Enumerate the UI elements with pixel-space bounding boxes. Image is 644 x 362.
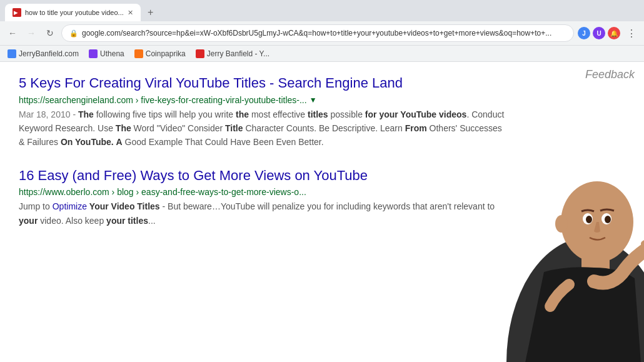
svg-point-8 (605, 216, 611, 223)
result-2-bold-your: Your Video Titles (89, 201, 160, 211)
svg-point-7 (586, 216, 592, 223)
result-1-arrow: ▼ (309, 96, 317, 104)
result-1-snippet: Mar 18, 2010 - The following five tips w… (19, 108, 506, 149)
bookmarks-bar: JerryBanfield.com Uthena Coinpaprika Jer… (0, 45, 644, 61)
result-1-bold-the3: The (116, 123, 131, 133)
result-1-bold-a: A (116, 137, 123, 147)
feedback-label: Feedback (585, 68, 635, 81)
result-2-snippet: Jump to Optimize Your Video Titles - But… (19, 199, 506, 228)
search-results: 5 Keys For Creating Viral YouTube Titles… (0, 62, 525, 258)
result-1-bold-titles: titles (308, 109, 328, 119)
extension-icons: J U 🔔 (578, 27, 620, 39)
active-tab[interactable]: ▶ how to title your youtube video... ✕ (5, 4, 141, 21)
bookmark-uthena[interactable]: Uthena (86, 48, 127, 59)
svg-point-9 (555, 215, 568, 233)
content-area: Feedback 5 Keys For Creating Viral YouTu… (0, 62, 644, 362)
reload-button[interactable]: ↻ (43, 26, 58, 41)
address-text: google.com/search?source=hp&ei=xW-oXbf6D… (82, 29, 551, 38)
tab-close-button[interactable]: ✕ (128, 9, 133, 17)
ext-icon-2[interactable]: U (593, 27, 605, 39)
result-1-title[interactable]: 5 Keys For Creating Viral YouTube Titles… (19, 74, 506, 93)
result-1-bold-for: for (365, 109, 377, 119)
ext-icon-3[interactable]: 🔔 (608, 27, 620, 39)
back-button[interactable]: ← (5, 26, 20, 41)
ext-icon-1[interactable]: J (578, 27, 590, 39)
result-1-bold-from: From (405, 123, 427, 133)
bookmark-icon-jerry (8, 49, 16, 58)
bookmark-icon-jerry-yt (196, 49, 204, 58)
result-2-url-row: https://www.oberlo.com › blog › easy-and… (19, 187, 506, 197)
result-1-url[interactable]: https://searchengineland.com › five-keys… (19, 95, 307, 105)
tab-favicon: ▶ (13, 8, 21, 17)
result-1-bold-title: Title (225, 123, 243, 133)
bookmark-icon-uthena (89, 49, 98, 58)
address-bar-row: ← → ↻ 🔒 google.com/search?source=hp&ei=x… (0, 21, 644, 45)
new-tab-button[interactable]: + (143, 5, 158, 20)
bookmark-coinpaprika[interactable]: Coinpaprika (132, 48, 188, 59)
result-2-bold-your3: your titles (106, 216, 148, 226)
tab-bar: ▶ how to title your youtube video... ✕ + (0, 0, 644, 21)
browser-chrome: ▶ how to title your youtube video... ✕ +… (0, 0, 644, 62)
forward-button[interactable]: → (24, 26, 39, 41)
bookmark-jerry[interactable]: JerryBanfield.com (5, 48, 81, 59)
bookmark-label-jerry-yt: Jerry Banfield - Y... (207, 49, 269, 58)
result-1-bold-the2: the (236, 109, 249, 119)
tab-title: how to title your youtube video... (25, 9, 124, 16)
result-2-snippet-link[interactable]: Optimize Your Video Titles (53, 201, 160, 211)
lock-icon: 🔒 (69, 29, 78, 38)
result-1-bold-the: The (78, 109, 94, 119)
search-result-1: 5 Keys For Creating Viral YouTube Titles… (19, 74, 506, 149)
svg-text:▶: ▶ (14, 10, 18, 16)
result-1-bold-your: your YouTube videos (379, 109, 466, 119)
bookmark-label-coinpaprika: Coinpaprika (146, 49, 186, 58)
result-2-bold-your2: your (19, 216, 38, 226)
bookmark-jerry-yt[interactable]: Jerry Banfield - Y... (193, 48, 272, 59)
result-1-bold-on: On YouTube. (61, 137, 114, 147)
result-2-url[interactable]: https://www.oberlo.com › blog › easy-and… (19, 187, 306, 197)
result-1-url-row: https://searchengineland.com › five-keys… (19, 95, 506, 105)
result-2-title[interactable]: 16 Easy (and Free) Ways to Get More View… (19, 167, 506, 185)
bookmark-label-uthena: Uthena (100, 49, 124, 58)
bookmark-label-jerry: JerryBanfield.com (19, 49, 79, 58)
menu-button[interactable]: ⋮ (624, 26, 639, 41)
search-result-2: 16 Easy (and Free) Ways to Get More View… (19, 167, 506, 228)
bookmark-icon-coinpaprika (134, 49, 143, 58)
address-box[interactable]: 🔒 google.com/search?source=hp&ei=xW-oXbf… (61, 24, 574, 42)
result-1-date: Mar 18, 2010 - (19, 109, 76, 119)
